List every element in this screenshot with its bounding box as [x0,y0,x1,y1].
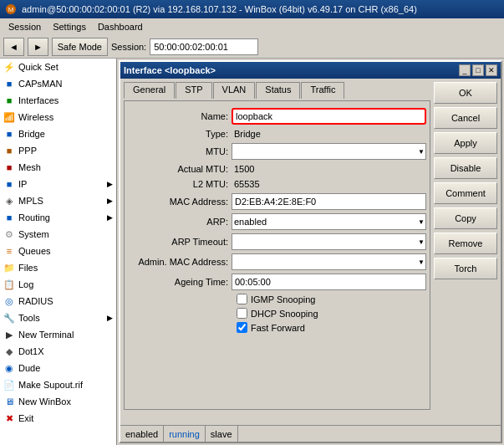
sidebar-item-quick-set[interactable]: ⚡ Quick Set [0,59,116,75]
select-wrapper-arp: enabled disabled proxy-arp reply-only [232,213,426,230]
tab-vlan[interactable]: VLAN [213,82,256,99]
status-cell-enabled: enabled [120,426,164,442]
sidebar-item-exit[interactable]: ✖ Exit [0,410,116,427]
sidebar-item-log[interactable]: 📋 Log [0,276,116,293]
sidebar-item-dude[interactable]: ◉ Dude [0,360,116,376]
form-row-admin-mac: Admin. MAC Address: [128,253,426,270]
session-label: Session: [111,42,146,52]
form-row-actual-mtu: Actual MTU: 1500 [128,163,426,175]
menu-dashboard[interactable]: Dashboard [93,21,148,33]
copy-button[interactable]: Copy [434,207,497,229]
menu-settings[interactable]: Settings [48,21,91,33]
sidebar-label-dude: Dude [18,363,40,373]
tab-status[interactable]: Status [256,82,300,99]
select-arp-timeout[interactable] [232,233,426,250]
dialog-minimize-button[interactable]: _ [459,64,471,76]
wireless-icon: 📶 [3,111,15,123]
queues-icon: ≡ [3,245,15,257]
cancel-button[interactable]: Cancel [434,107,497,129]
sidebar-label-log: Log [18,279,33,289]
checkbox-dhcp-snooping[interactable] [237,308,247,319]
comment-button[interactable]: Comment [434,182,497,204]
bridge-icon: ■ [3,128,15,140]
sidebar-item-bridge[interactable]: ■ Bridge [0,125,116,142]
label-type: Type: [128,129,228,139]
routing-arrow-icon: ▶ [107,213,113,222]
select-mtu[interactable] [232,143,426,160]
dialog-close-button[interactable]: ✕ [486,64,497,76]
sidebar-item-system[interactable]: ⚙ System [0,226,116,243]
form-row-name: Name: [128,108,426,125]
sidebar-item-queues[interactable]: ≡ Queues [0,243,116,259]
tab-stp[interactable]: STP [176,82,211,99]
label-admin-mac: Admin. MAC Address: [128,257,228,267]
select-arp[interactable]: enabled disabled proxy-arp reply-only [232,213,426,230]
dot1x-icon: ◆ [3,345,15,357]
files-icon: 📁 [3,262,15,274]
tab-traffic[interactable]: Traffic [301,82,344,99]
toolbar: ◄ ► Safe Mode Session: [0,35,504,59]
session-input[interactable] [150,38,258,55]
sidebar: ⚡ Quick Set ■ CAPsMAN ■ Interfaces 📶 Wir… [0,59,117,445]
sidebar-item-new-winbox[interactable]: 🖥 New WinBox [0,393,116,410]
menu-session[interactable]: Session [3,21,46,33]
dialog-maximize-button[interactable]: □ [472,64,484,76]
sidebar-label-dot1x: Dot1X [18,346,44,356]
select-admin-mac[interactable] [232,253,426,270]
status-enabled-text: enabled [125,429,158,439]
menu-bar: Session Settings Dashboard [0,18,504,35]
label-arp: ARP: [128,217,228,227]
sidebar-item-dot1x[interactable]: ◆ Dot1X [0,343,116,360]
sidebar-item-make-supout[interactable]: 📄 Make Supout.rif [0,376,116,393]
label-dhcp-snooping: DHCP Snooping [251,309,318,319]
select-wrapper-admin-mac [232,253,426,270]
torch-button[interactable]: Torch [434,258,497,279]
sidebar-label-new-winbox: New WinBox [18,396,71,407]
sidebar-item-interfaces[interactable]: ■ Interfaces [0,92,116,109]
sidebar-item-ppp[interactable]: ■ PPP [0,142,116,159]
disable-button[interactable]: Disable [434,157,497,179]
tab-general[interactable]: General [124,82,175,99]
form-row-ageing-time: Ageing Time: [128,274,426,290]
ok-button[interactable]: OK [434,82,497,104]
checkbox-igmp-snooping[interactable] [237,294,247,304]
status-bar: enabled running slave [120,425,501,442]
log-icon: 📋 [3,279,15,290]
status-cell-running: running [164,426,206,442]
input-ageing-time[interactable] [232,274,426,290]
sidebar-item-capsman[interactable]: ■ CAPsMAN [0,75,116,92]
checkbox-row-fast-forward: Fast Forward [128,322,426,333]
sidebar-item-tools[interactable]: 🔧 Tools ▶ [0,309,116,326]
safe-mode-button[interactable]: Safe Mode [52,38,108,56]
exit-icon: ✖ [3,412,15,424]
sidebar-item-mpls[interactable]: ◈ MPLS ▶ [0,192,116,209]
label-fast-forward: Fast Forward [251,323,305,333]
sidebar-label-quick-set: Quick Set [18,62,59,72]
back-button[interactable]: ◄ [3,38,24,56]
sidebar-item-radius[interactable]: ◎ RADIUS [0,293,116,309]
label-igmp-snooping: IGMP Snooping [251,294,315,304]
remove-button[interactable]: Remove [434,233,497,254]
sidebar-label-system: System [18,229,49,239]
sidebar-item-files[interactable]: 📁 Files [0,259,116,276]
apply-button[interactable]: Apply [434,132,497,154]
dialog-tabs-content: General STP VLAN Status Traffic Name: [124,82,430,438]
sidebar-item-new-terminal[interactable]: ▶ New Terminal [0,326,116,343]
dude-icon: ◉ [3,362,15,374]
input-name[interactable] [232,108,426,125]
forward-button[interactable]: ► [28,38,48,56]
dialog-body: General STP VLAN Status Traffic Name: [120,79,501,442]
label-mac: MAC Address: [128,197,228,207]
checkbox-row-dhcp: DHCP Snooping [128,308,426,319]
input-mac[interactable] [232,193,426,210]
sidebar-item-routing[interactable]: ■ Routing ▶ [0,209,116,226]
capsman-icon: ■ [3,78,15,90]
tab-panel-general: Name: Type: Bridge MTU: [124,100,430,410]
checkbox-fast-forward[interactable] [237,322,247,333]
sidebar-item-mesh[interactable]: ■ Mesh [0,159,116,176]
routing-icon: ■ [3,212,15,223]
sidebar-label-interfaces: Interfaces [18,95,59,105]
sidebar-item-wireless[interactable]: 📶 Wireless [0,109,116,125]
sidebar-label-bridge: Bridge [18,129,45,139]
sidebar-item-ip[interactable]: ■ IP ▶ [0,176,116,192]
